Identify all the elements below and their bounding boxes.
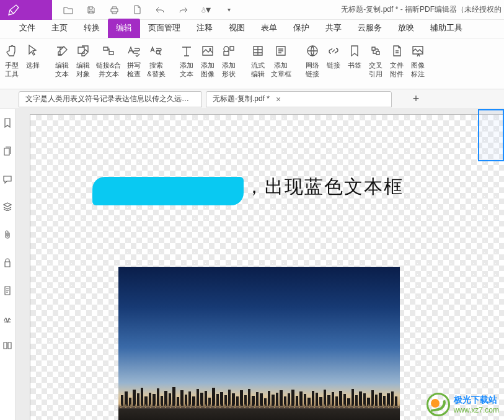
- tool-image-annot[interactable]: 图像 标注: [407, 42, 428, 78]
- add-shape-icon: [223, 45, 235, 56]
- tool-bookmark-label: 书签: [348, 61, 361, 69]
- tool-article-box[interactable]: 添加 文章框: [268, 42, 294, 78]
- sidebar-compare-icon[interactable]: [3, 341, 12, 352]
- menu-pages[interactable]: 页面管理: [140, 19, 188, 38]
- sidebar-attach-icon[interactable]: [4, 230, 11, 242]
- watermark-icon: [427, 393, 450, 416]
- tool-add-text[interactable]: 添加 文本: [176, 42, 197, 78]
- sidebar-form-icon[interactable]: [4, 286, 11, 298]
- tool-add-shape[interactable]: 添加 形状: [218, 42, 239, 78]
- pdf-page[interactable]: ，出现蓝色文本框: [30, 114, 504, 420]
- tool-edit-object[interactable]: 编辑 对象: [73, 42, 94, 78]
- weblink-icon: [306, 45, 319, 57]
- search-replace-icon: [149, 45, 163, 57]
- tool-edit-object-label: 编辑 对象: [76, 61, 90, 78]
- sidebar-comment-icon[interactable]: [3, 175, 12, 186]
- redo-icon[interactable]: [178, 5, 188, 15]
- print-icon[interactable]: [109, 5, 119, 15]
- tool-link-merge[interactable]: 链接&合 并文本: [94, 42, 123, 78]
- edit-text-icon: [55, 45, 69, 57]
- tool-hand[interactable]: 手型 工具: [1, 42, 22, 78]
- tool-edit-text[interactable]: 编辑 文本: [51, 42, 73, 78]
- reflow-icon: [252, 45, 264, 57]
- menu-view[interactable]: 视图: [221, 19, 253, 38]
- sidebar-sign-icon[interactable]: [3, 314, 12, 325]
- watermark: 极光下载站 www.xz7.com: [427, 393, 499, 416]
- menu-access[interactable]: 辅助工具: [422, 19, 471, 38]
- menu-share[interactable]: 共享: [317, 19, 350, 38]
- link-merge-icon: [102, 45, 115, 57]
- tool-reflow-label: 流式 编辑: [251, 61, 265, 78]
- embedded-image[interactable]: [118, 267, 400, 420]
- qat-more-icon[interactable]: ▾: [224, 5, 234, 15]
- save-icon[interactable]: [86, 5, 96, 15]
- tool-link-label: 链接: [327, 61, 340, 69]
- sidebar-layers-icon[interactable]: [3, 202, 12, 213]
- app-logo: [0, 0, 52, 20]
- menu-protect[interactable]: 保护: [285, 19, 317, 38]
- tool-spellcheck-label: 拼写 检查: [127, 61, 141, 78]
- tool-weblink[interactable]: 网络 链接: [302, 42, 323, 78]
- add-image-icon: [201, 45, 214, 56]
- hand-icon: [6, 44, 18, 58]
- menu-comment[interactable]: 注释: [188, 19, 221, 38]
- add-tab-button[interactable]: +: [408, 91, 424, 107]
- tool-add-shape-label: 添加 形状: [222, 61, 236, 78]
- tool-select[interactable]: 选择: [22, 42, 43, 69]
- attach-icon: [392, 45, 402, 57]
- menu-present[interactable]: 放映: [390, 19, 422, 38]
- img-annot-icon: [412, 45, 424, 56]
- tool-weblink-label: 网络 链接: [306, 61, 319, 78]
- menu-cloud[interactable]: 云服务: [350, 19, 390, 38]
- tool-hand-label: 手型 工具: [5, 61, 19, 78]
- quick-access-toolbar: ▾ ▾: [52, 5, 234, 15]
- ribbon: 手型 工具 选择 编辑 文本 编辑 对象 链接&合 并文本 拼写 检查 搜索 &…: [0, 38, 504, 89]
- article-icon: [275, 45, 287, 57]
- window-title: 无标题-复制.pdf * - 福昕PDF编辑器（未经授权的: [341, 4, 504, 15]
- workspace: ，出现蓝色文本框 极光下载站 www.xz7.com: [0, 109, 504, 420]
- menu-convert[interactable]: 转换: [76, 19, 108, 38]
- tool-crossref[interactable]: 交叉 引用: [365, 42, 386, 78]
- tool-edit-text-label: 编辑 文本: [55, 61, 69, 78]
- watermark-title: 极光下载站: [454, 395, 499, 406]
- link-icon: [327, 45, 340, 57]
- doc-tab-1[interactable]: 文字是人类用表义符号记录表达信息以传之久远的方…: [19, 91, 202, 107]
- crossref-icon: [369, 45, 382, 57]
- tool-add-image[interactable]: 添加 图像: [197, 42, 218, 78]
- close-icon[interactable]: ×: [276, 94, 281, 104]
- open-icon[interactable]: [63, 5, 73, 15]
- doc-tab-2[interactable]: 无标题-复制.pdf *×: [206, 91, 392, 107]
- tool-link-merge-label: 链接&合 并文本: [96, 61, 121, 78]
- undo-icon[interactable]: [155, 5, 165, 15]
- tool-link[interactable]: 链接: [323, 42, 344, 69]
- tool-add-text-label: 添加 文本: [180, 61, 193, 78]
- menu-bar: 文件 主页 转换 编辑 页面管理 注释 视图 表单 保护 共享 云服务 放映 辅…: [0, 20, 504, 38]
- tool-reflow[interactable]: 流式 编辑: [247, 42, 268, 78]
- touch-icon[interactable]: ▾: [201, 5, 211, 15]
- menu-form[interactable]: 表单: [253, 19, 285, 38]
- selection-box[interactable]: [478, 109, 504, 161]
- tool-attachment-label: 文件 附件: [390, 61, 404, 78]
- menu-home[interactable]: 主页: [43, 19, 76, 38]
- sidebar-pages-icon[interactable]: [3, 146, 12, 159]
- left-sidebar: [0, 109, 15, 420]
- tool-search-replace[interactable]: 搜索 &替换: [144, 42, 167, 78]
- tool-search-replace-label: 搜索 &替换: [147, 61, 165, 78]
- menu-edit[interactable]: 编辑: [108, 19, 140, 38]
- pen-icon: [7, 4, 20, 16]
- menu-file[interactable]: 文件: [11, 19, 43, 38]
- tool-spellcheck[interactable]: 拼写 检查: [123, 42, 144, 78]
- tool-bookmark[interactable]: 书签: [344, 42, 365, 69]
- edit-obj-icon: [77, 45, 89, 57]
- sidebar-security-icon[interactable]: [4, 258, 11, 270]
- canvas[interactable]: ，出现蓝色文本框 极光下载站 www.xz7.com: [15, 109, 504, 420]
- tool-attachment[interactable]: 文件 附件: [386, 42, 407, 78]
- sidebar-bookmark-icon[interactable]: [3, 118, 12, 130]
- doc-tab-2-label: 无标题-复制.pdf *: [213, 94, 270, 104]
- add-text-icon: [181, 45, 192, 57]
- document-tabs: 文字是人类用表义符号记录表达信息以传之久远的方… 无标题-复制.pdf *× +: [0, 89, 504, 109]
- page-text: ，出现蓝色文本框: [245, 174, 404, 200]
- page-icon[interactable]: [132, 5, 142, 15]
- watermark-url: www.xz7.com: [454, 406, 499, 414]
- tool-select-label: 选择: [26, 61, 40, 69]
